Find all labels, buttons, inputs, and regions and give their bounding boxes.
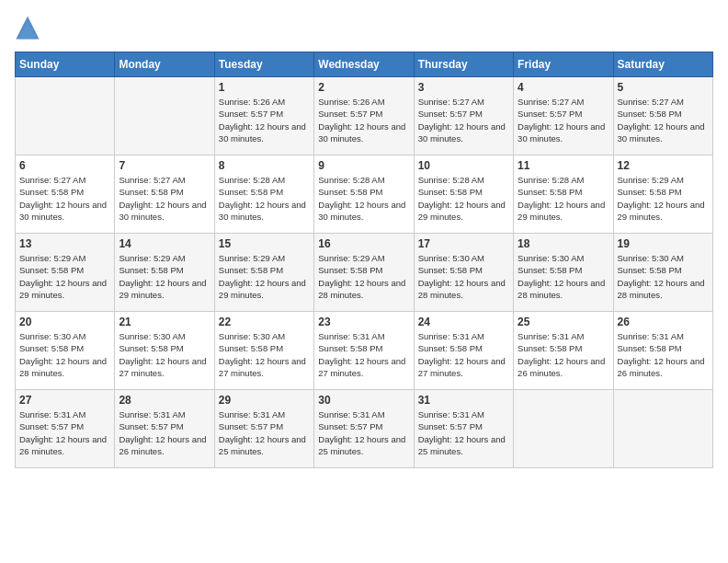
day-of-week-header: Monday [115,52,214,77]
calendar-cell: 24Sunrise: 5:31 AM Sunset: 5:58 PM Dayli… [414,312,513,390]
cell-content: Sunrise: 5:30 AM Sunset: 5:58 PM Dayligh… [518,252,609,301]
cell-content: Sunrise: 5:30 AM Sunset: 5:58 PM Dayligh… [418,252,509,301]
calendar-cell: 26Sunrise: 5:31 AM Sunset: 5:58 PM Dayli… [613,312,712,390]
day-number: 30 [318,394,409,407]
day-number: 7 [119,159,210,172]
cell-content: Sunrise: 5:26 AM Sunset: 5:57 PM Dayligh… [318,96,409,144]
calendar-week-row: 1Sunrise: 5:26 AM Sunset: 5:57 PM Daylig… [16,77,713,155]
day-number: 1 [219,81,310,94]
day-number: 11 [518,159,609,172]
calendar-cell: 19Sunrise: 5:30 AM Sunset: 5:58 PM Dayli… [613,234,712,312]
calendar-cell: 5Sunrise: 5:27 AM Sunset: 5:58 PM Daylig… [613,77,712,155]
day-number: 28 [119,394,210,407]
day-number: 20 [19,316,110,328]
cell-content: Sunrise: 5:28 AM Sunset: 5:58 PM Dayligh… [418,174,509,223]
day-of-week-header: Friday [514,52,613,77]
day-number: 24 [418,316,509,328]
day-number: 15 [219,237,310,250]
day-number: 10 [418,159,509,172]
logo-icon [15,15,40,40]
day-number: 22 [219,316,310,328]
cell-content: Sunrise: 5:27 AM Sunset: 5:57 PM Dayligh… [518,96,609,144]
cell-content: Sunrise: 5:27 AM Sunset: 5:58 PM Dayligh… [618,96,709,144]
calendar-cell: 15Sunrise: 5:29 AM Sunset: 5:58 PM Dayli… [214,234,313,312]
calendar-cell [514,390,613,468]
calendar-cell: 22Sunrise: 5:30 AM Sunset: 5:58 PM Dayli… [214,312,313,390]
calendar-cell: 18Sunrise: 5:30 AM Sunset: 5:58 PM Dayli… [514,234,613,312]
day-of-week-header: Tuesday [214,52,313,77]
calendar-cell: 28Sunrise: 5:31 AM Sunset: 5:57 PM Dayli… [115,390,214,468]
calendar-cell: 17Sunrise: 5:30 AM Sunset: 5:58 PM Dayli… [414,234,513,312]
cell-content: Sunrise: 5:31 AM Sunset: 5:57 PM Dayligh… [318,408,409,457]
cell-content: Sunrise: 5:28 AM Sunset: 5:58 PM Dayligh… [219,174,310,223]
cell-content: Sunrise: 5:31 AM Sunset: 5:57 PM Dayligh… [418,408,509,457]
logo [15,15,44,40]
calendar-cell: 9Sunrise: 5:28 AM Sunset: 5:58 PM Daylig… [314,155,414,234]
calendar-cell: 4Sunrise: 5:27 AM Sunset: 5:57 PM Daylig… [514,77,613,155]
calendar-week-row: 6Sunrise: 5:27 AM Sunset: 5:58 PM Daylig… [16,155,713,234]
day-number: 3 [418,81,509,94]
cell-content: Sunrise: 5:31 AM Sunset: 5:58 PM Dayligh… [618,330,709,379]
calendar-week-row: 27Sunrise: 5:31 AM Sunset: 5:57 PM Dayli… [16,390,713,468]
calendar-cell: 12Sunrise: 5:29 AM Sunset: 5:58 PM Dayli… [613,155,712,234]
cell-content: Sunrise: 5:31 AM Sunset: 5:57 PM Dayligh… [19,408,110,457]
cell-content: Sunrise: 5:28 AM Sunset: 5:58 PM Dayligh… [318,174,409,223]
cell-content: Sunrise: 5:29 AM Sunset: 5:58 PM Dayligh… [618,174,709,223]
day-number: 21 [119,316,210,328]
day-number: 16 [318,237,409,250]
calendar-week-row: 20Sunrise: 5:30 AM Sunset: 5:58 PM Dayli… [16,312,713,390]
day-of-week-header: Saturday [613,52,712,77]
calendar-table: SundayMondayTuesdayWednesdayThursdayFrid… [15,52,713,468]
day-number: 2 [318,81,409,94]
calendar-cell [115,77,214,155]
cell-content: Sunrise: 5:31 AM Sunset: 5:57 PM Dayligh… [219,408,310,457]
cell-content: Sunrise: 5:29 AM Sunset: 5:58 PM Dayligh… [219,252,310,301]
cell-content: Sunrise: 5:31 AM Sunset: 5:58 PM Dayligh… [518,330,609,379]
cell-content: Sunrise: 5:31 AM Sunset: 5:57 PM Dayligh… [119,408,210,457]
day-number: 31 [418,394,509,407]
cell-content: Sunrise: 5:29 AM Sunset: 5:58 PM Dayligh… [119,252,210,301]
calendar-cell: 20Sunrise: 5:30 AM Sunset: 5:58 PM Dayli… [16,312,115,390]
calendar-cell: 23Sunrise: 5:31 AM Sunset: 5:58 PM Dayli… [314,312,414,390]
day-number: 25 [518,316,609,328]
cell-content: Sunrise: 5:29 AM Sunset: 5:58 PM Dayligh… [19,252,110,301]
day-number: 26 [618,316,709,328]
day-number: 27 [19,394,110,407]
calendar-cell: 30Sunrise: 5:31 AM Sunset: 5:57 PM Dayli… [314,390,414,468]
cell-content: Sunrise: 5:27 AM Sunset: 5:58 PM Dayligh… [119,174,210,223]
page-header [15,15,713,40]
day-number: 4 [518,81,609,94]
day-number: 6 [19,159,110,172]
calendar-cell: 11Sunrise: 5:28 AM Sunset: 5:58 PM Dayli… [514,155,613,234]
day-number: 18 [518,237,609,250]
calendar-cell [613,390,712,468]
calendar-cell: 10Sunrise: 5:28 AM Sunset: 5:58 PM Dayli… [414,155,513,234]
calendar-cell: 1Sunrise: 5:26 AM Sunset: 5:57 PM Daylig… [214,77,313,155]
day-number: 9 [318,159,409,172]
day-number: 14 [119,237,210,250]
day-number: 29 [219,394,310,407]
day-of-week-header: Thursday [414,52,513,77]
cell-content: Sunrise: 5:26 AM Sunset: 5:57 PM Dayligh… [219,96,310,144]
cell-content: Sunrise: 5:30 AM Sunset: 5:58 PM Dayligh… [19,330,110,379]
cell-content: Sunrise: 5:30 AM Sunset: 5:58 PM Dayligh… [618,252,709,301]
day-number: 23 [318,316,409,328]
cell-content: Sunrise: 5:30 AM Sunset: 5:58 PM Dayligh… [219,330,310,379]
day-number: 12 [618,159,709,172]
calendar-cell: 16Sunrise: 5:29 AM Sunset: 5:58 PM Dayli… [314,234,414,312]
calendar-week-row: 13Sunrise: 5:29 AM Sunset: 5:58 PM Dayli… [16,234,713,312]
calendar-cell: 25Sunrise: 5:31 AM Sunset: 5:58 PM Dayli… [514,312,613,390]
calendar-cell: 14Sunrise: 5:29 AM Sunset: 5:58 PM Dayli… [115,234,214,312]
calendar-cell: 29Sunrise: 5:31 AM Sunset: 5:57 PM Dayli… [214,390,313,468]
calendar-cell: 27Sunrise: 5:31 AM Sunset: 5:57 PM Dayli… [16,390,115,468]
calendar-cell: 3Sunrise: 5:27 AM Sunset: 5:57 PM Daylig… [414,77,513,155]
calendar-cell: 13Sunrise: 5:29 AM Sunset: 5:58 PM Dayli… [16,234,115,312]
cell-content: Sunrise: 5:30 AM Sunset: 5:58 PM Dayligh… [119,330,210,379]
day-number: 8 [219,159,310,172]
day-number: 5 [618,81,709,94]
calendar-cell [16,77,115,155]
cell-content: Sunrise: 5:31 AM Sunset: 5:58 PM Dayligh… [318,330,409,379]
cell-content: Sunrise: 5:28 AM Sunset: 5:58 PM Dayligh… [518,174,609,223]
calendar-cell: 8Sunrise: 5:28 AM Sunset: 5:58 PM Daylig… [214,155,313,234]
calendar-header-row: SundayMondayTuesdayWednesdayThursdayFrid… [16,52,713,77]
